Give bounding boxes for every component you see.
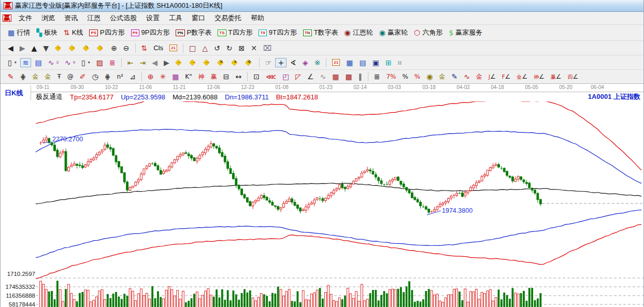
- si-angle-button[interactable]: 四∠: [565, 72, 581, 82]
- n2-button[interactable]: n²: [115, 72, 126, 81]
- save-button[interactable]: ▣: [370, 58, 382, 67]
- rotate-ccw-button[interactable]: ↺: [211, 43, 223, 53]
- sketch-button[interactable]: ≋: [20, 58, 32, 67]
- grid-red-button[interactable]: ▦: [330, 72, 341, 81]
- menu-item-6[interactable]: 工具: [164, 13, 187, 23]
- kline-button[interactable]: ⇅K线: [61, 27, 85, 38]
- calendar2-button[interactable]: 21: [330, 58, 342, 67]
- circle-cross-button[interactable]: ⊕: [145, 72, 156, 81]
- celtic-knot-button[interactable]: ※: [312, 58, 323, 67]
- remote-pc-button[interactable]: ⌗: [395, 58, 405, 67]
- quotes-button[interactable]: ▦行情: [5, 27, 33, 38]
- collapse-button[interactable]: ✕: [248, 43, 260, 53]
- sectors-button[interactable]: ▚板块: [34, 27, 60, 38]
- draw-pencil-button[interactable]: ✎: [5, 72, 17, 81]
- percent-line-button[interactable]: 7%: [383, 72, 398, 81]
- first-bar-button[interactable]: ⇤: [125, 58, 136, 67]
- expand-h-button[interactable]: ◆↔: [201, 57, 214, 67]
- zoom-out-button[interactable]: ⊖: [121, 43, 132, 53]
- h-measure-button[interactable]: ↔: [233, 72, 244, 81]
- menu-item-7[interactable]: 窗口: [187, 13, 210, 23]
- p-square-button[interactable]: PSP四方形: [87, 27, 127, 38]
- wave3-button[interactable]: ∿3: [46, 58, 61, 67]
- percent-red-button[interactable]: %: [412, 72, 423, 81]
- k-quote-button[interactable]: K": [182, 72, 194, 81]
- golden-box-button[interactable]: 金: [42, 72, 53, 81]
- ying-angle-button[interactable]: 赢∠: [548, 72, 564, 82]
- menu-item-0[interactable]: 文件: [14, 13, 37, 23]
- grid-purple-button[interactable]: ▦: [169, 72, 181, 81]
- f-angle-button[interactable]: F∠: [499, 72, 513, 82]
- cycle-clock-button[interactable]: ◷: [90, 72, 101, 81]
- fan-corner-button[interactable]: ◸: [293, 72, 304, 81]
- gold-line-button[interactable]: 金: [436, 72, 448, 81]
- tick-line-button[interactable]: ⋕: [102, 72, 113, 81]
- hexagon-button[interactable]: ⬡六角形: [411, 27, 445, 38]
- shift-up-button[interactable]: ◆↑: [80, 43, 93, 53]
- p-number-table-button[interactable]: PNP数字表: [173, 27, 214, 38]
- share-button[interactable]: ⊞: [383, 58, 394, 67]
- angle-measure-button[interactable]: ∢: [288, 58, 299, 67]
- up-button[interactable]: ▲: [29, 43, 40, 53]
- t-square-button[interactable]: TST四方形: [215, 27, 255, 38]
- expand-left-button[interactable]: ◆←: [173, 57, 186, 67]
- pan-hand-button[interactable]: ☞: [263, 58, 275, 67]
- golden-section-button[interactable]: 金: [30, 72, 41, 81]
- expand-v-button[interactable]: ◆✣: [243, 57, 256, 67]
- gann-line-button[interactable]: ⋕: [18, 72, 29, 81]
- t-updown-button[interactable]: ⇅: [139, 43, 150, 53]
- wave-channel-button[interactable]: ∿: [461, 72, 473, 81]
- menu-item-1[interactable]: 浏览: [37, 13, 60, 23]
- menu-item-4[interactable]: 公式选股: [105, 13, 141, 23]
- down-button[interactable]: ▼: [40, 43, 51, 53]
- angle-flag-button[interactable]: ⊿: [127, 72, 138, 81]
- gold-circle-button[interactable]: ◉: [424, 72, 435, 81]
- pattern-button[interactable]: ▨: [94, 58, 106, 67]
- gann-flower-button[interactable]: ◈: [300, 58, 311, 67]
- delete-tool-button[interactable]: ⌧: [261, 43, 274, 53]
- gann-fan-button[interactable]: ⋘: [263, 72, 279, 81]
- 9p-square-button[interactable]: P99P四方形: [128, 27, 173, 38]
- kline-chart[interactable]: 1710.2597174535332116356888581784442270.…: [1, 101, 644, 307]
- shift-right-button[interactable]: ◆→: [66, 43, 79, 53]
- f-line-button[interactable]: Ŧ: [54, 72, 63, 81]
- calendar-button[interactable]: 21: [167, 43, 180, 52]
- select-box-button[interactable]: ⊠: [236, 43, 248, 53]
- rotate-cw-button[interactable]: ↻: [224, 43, 235, 53]
- menu-item-8[interactable]: 交易委托: [210, 13, 246, 23]
- winner-wheel-button[interactable]: ◉赢家轮: [377, 27, 410, 38]
- ying-button[interactable]: 赢: [208, 72, 220, 81]
- t-number-table-button[interactable]: TNT数字表: [300, 27, 341, 38]
- percent-button[interactable]: %: [399, 72, 410, 81]
- chart-area[interactable]: 1710.2597174535332116356888581784442270.…: [1, 101, 643, 307]
- box-grid-button[interactable]: ⊡: [251, 72, 262, 81]
- winner-service-button[interactable]: $赢家服务: [446, 27, 485, 38]
- expand-all-button[interactable]: ◆+: [229, 57, 242, 67]
- menu-item-3[interactable]: 江恩: [82, 13, 105, 23]
- cls-button[interactable]: Cls: [151, 43, 166, 53]
- memo-button[interactable]: ▤: [357, 58, 369, 67]
- shift-left-button[interactable]: ◆←: [52, 43, 65, 53]
- menu-item-5[interactable]: 设置: [141, 13, 164, 23]
- money-pencil-button[interactable]: ✎: [449, 72, 460, 81]
- parallel-button[interactable]: ∥: [356, 72, 365, 81]
- pencil2-button[interactable]: ✐: [77, 72, 89, 81]
- crosshair-button[interactable]: +: [275, 58, 287, 67]
- trend-angle-button[interactable]: ∠: [305, 72, 317, 81]
- spiral-button[interactable]: @: [65, 72, 76, 81]
- star-grid-button[interactable]: ✳: [157, 72, 168, 81]
- grid-red2-button[interactable]: ▩: [342, 72, 354, 81]
- calculator-button[interactable]: ▦: [344, 58, 355, 67]
- menu-item-9[interactable]: 帮助: [246, 13, 269, 23]
- triangle-tool-button[interactable]: △: [199, 43, 210, 53]
- zoom-in-button[interactable]: ⊕: [108, 43, 120, 53]
- gold-angle-button[interactable]: 金∠: [514, 72, 530, 82]
- gold-red-button[interactable]: 金: [474, 72, 485, 81]
- fan-box-button[interactable]: ◰: [280, 72, 292, 81]
- shen-angle-button[interactable]: 神∠: [531, 72, 547, 82]
- histogram-button[interactable]: ≣: [107, 58, 118, 67]
- last-bar-button[interactable]: ⇥: [137, 58, 149, 67]
- 9t-square-button[interactable]: T99T四方形: [256, 27, 299, 38]
- rect-tool-button[interactable]: □: [187, 43, 198, 53]
- menu-item-2[interactable]: 资讯: [60, 13, 82, 23]
